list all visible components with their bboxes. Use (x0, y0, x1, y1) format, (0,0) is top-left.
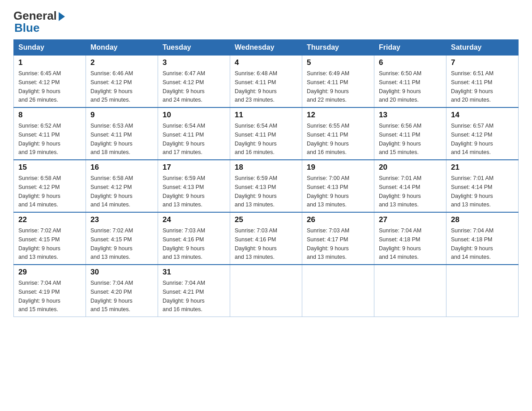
calendar-cell: 9 Sunrise: 6:53 AMSunset: 4:11 PMDayligh… (86, 107, 158, 160)
day-number: 18 (235, 163, 297, 172)
day-number: 25 (235, 215, 297, 224)
page-header: General Blue (13, 9, 519, 35)
day-info: Sunrise: 6:59 AMSunset: 4:13 PMDaylight:… (235, 175, 277, 208)
day-info: Sunrise: 6:54 AMSunset: 4:11 PMDaylight:… (163, 123, 205, 155)
calendar-cell: 6 Sunrise: 6:50 AMSunset: 4:11 PMDayligh… (374, 56, 446, 108)
day-number: 1 (18, 58, 81, 67)
day-info: Sunrise: 6:50 AMSunset: 4:11 PMDaylight:… (379, 70, 421, 103)
day-info: Sunrise: 6:46 AMSunset: 4:12 PMDaylight:… (90, 70, 133, 103)
week-row-4: 22 Sunrise: 7:02 AMSunset: 4:15 PMDaylig… (14, 212, 519, 265)
calendar-cell: 17 Sunrise: 6:59 AMSunset: 4:13 PMDaylig… (158, 160, 230, 212)
day-number: 22 (18, 215, 81, 224)
day-number: 2 (90, 58, 153, 67)
calendar-cell: 22 Sunrise: 7:02 AMSunset: 4:15 PMDaylig… (14, 212, 86, 265)
day-number: 14 (451, 111, 514, 120)
day-number: 23 (90, 215, 153, 224)
day-info: Sunrise: 6:53 AMSunset: 4:11 PMDaylight:… (90, 123, 133, 155)
day-info: Sunrise: 7:04 AMSunset: 4:19 PMDaylight:… (18, 280, 61, 313)
calendar-cell: 15 Sunrise: 6:58 AMSunset: 4:12 PMDaylig… (14, 160, 86, 212)
header-tuesday: Tuesday (158, 40, 230, 56)
day-number: 8 (18, 111, 81, 120)
calendar-cell (446, 265, 519, 317)
day-info: Sunrise: 7:01 AMSunset: 4:14 PMDaylight:… (379, 175, 421, 208)
logo: General Blue (13, 9, 65, 35)
calendar-cell: 12 Sunrise: 6:55 AMSunset: 4:11 PMDaylig… (302, 107, 374, 160)
day-number: 26 (307, 215, 369, 224)
calendar-cell: 23 Sunrise: 7:02 AMSunset: 4:15 PMDaylig… (86, 212, 158, 265)
calendar-cell (374, 265, 446, 317)
day-number: 11 (235, 111, 297, 120)
calendar-cell: 14 Sunrise: 6:57 AMSunset: 4:12 PMDaylig… (446, 107, 519, 160)
header-monday: Monday (86, 40, 158, 56)
calendar-cell: 7 Sunrise: 6:51 AMSunset: 4:11 PMDayligh… (446, 56, 519, 108)
day-info: Sunrise: 6:52 AMSunset: 4:11 PMDaylight:… (18, 123, 61, 155)
logo-arrow-icon (59, 12, 65, 21)
day-number: 10 (163, 111, 225, 120)
day-number: 4 (235, 58, 297, 67)
calendar-cell: 27 Sunrise: 7:04 AMSunset: 4:18 PMDaylig… (374, 212, 446, 265)
calendar-cell: 29 Sunrise: 7:04 AMSunset: 4:19 PMDaylig… (14, 265, 86, 317)
calendar-cell: 13 Sunrise: 6:56 AMSunset: 4:11 PMDaylig… (374, 107, 446, 160)
calendar-cell: 5 Sunrise: 6:49 AMSunset: 4:11 PMDayligh… (302, 56, 374, 108)
calendar-cell: 2 Sunrise: 6:46 AMSunset: 4:12 PMDayligh… (86, 56, 158, 108)
day-info: Sunrise: 7:04 AMSunset: 4:18 PMDaylight:… (379, 227, 421, 260)
calendar-cell: 25 Sunrise: 7:03 AMSunset: 4:16 PMDaylig… (230, 212, 302, 265)
day-info: Sunrise: 6:58 AMSunset: 4:12 PMDaylight:… (18, 175, 61, 208)
day-number: 17 (163, 163, 225, 172)
day-number: 20 (379, 163, 442, 172)
day-number: 29 (18, 268, 81, 277)
calendar-cell: 10 Sunrise: 6:54 AMSunset: 4:11 PMDaylig… (158, 107, 230, 160)
day-number: 19 (307, 163, 369, 172)
calendar-table: Sunday Monday Tuesday Wednesday Thursday… (13, 39, 519, 317)
day-info: Sunrise: 6:49 AMSunset: 4:11 PMDaylight:… (307, 70, 349, 103)
day-info: Sunrise: 7:04 AMSunset: 4:18 PMDaylight:… (451, 227, 493, 260)
header-sunday: Sunday (14, 40, 86, 56)
day-number: 12 (307, 111, 369, 120)
day-number: 30 (90, 268, 153, 277)
calendar-cell: 4 Sunrise: 6:48 AMSunset: 4:11 PMDayligh… (230, 56, 302, 108)
day-info: Sunrise: 7:03 AMSunset: 4:16 PMDaylight:… (235, 227, 277, 260)
day-info: Sunrise: 6:48 AMSunset: 4:11 PMDaylight:… (235, 70, 277, 103)
calendar-cell: 31 Sunrise: 7:04 AMSunset: 4:21 PMDaylig… (158, 265, 230, 317)
day-info: Sunrise: 6:45 AMSunset: 4:12 PMDaylight:… (18, 70, 61, 103)
calendar-cell: 28 Sunrise: 7:04 AMSunset: 4:18 PMDaylig… (446, 212, 519, 265)
calendar-cell: 20 Sunrise: 7:01 AMSunset: 4:14 PMDaylig… (374, 160, 446, 212)
calendar-cell: 24 Sunrise: 7:03 AMSunset: 4:16 PMDaylig… (158, 212, 230, 265)
calendar-cell: 16 Sunrise: 6:58 AMSunset: 4:12 PMDaylig… (86, 160, 158, 212)
day-info: Sunrise: 6:47 AMSunset: 4:12 PMDaylight:… (163, 70, 205, 103)
day-info: Sunrise: 6:54 AMSunset: 4:11 PMDaylight:… (235, 123, 277, 155)
day-info: Sunrise: 7:00 AMSunset: 4:13 PMDaylight:… (307, 175, 349, 208)
week-row-5: 29 Sunrise: 7:04 AMSunset: 4:19 PMDaylig… (14, 265, 519, 317)
day-number: 27 (379, 215, 442, 224)
day-number: 24 (163, 215, 225, 224)
day-info: Sunrise: 6:59 AMSunset: 4:13 PMDaylight:… (163, 175, 205, 208)
week-row-2: 8 Sunrise: 6:52 AMSunset: 4:11 PMDayligh… (14, 107, 519, 160)
header-friday: Friday (374, 40, 446, 56)
day-number: 31 (163, 268, 225, 277)
calendar-cell (230, 265, 302, 317)
calendar-cell: 19 Sunrise: 7:00 AMSunset: 4:13 PMDaylig… (302, 160, 374, 212)
day-info: Sunrise: 6:58 AMSunset: 4:12 PMDaylight:… (90, 175, 133, 208)
day-number: 16 (90, 163, 153, 172)
week-row-1: 1 Sunrise: 6:45 AMSunset: 4:12 PMDayligh… (14, 56, 519, 108)
day-info: Sunrise: 7:02 AMSunset: 4:15 PMDaylight:… (90, 227, 133, 260)
day-number: 5 (307, 58, 369, 67)
calendar-cell: 1 Sunrise: 6:45 AMSunset: 4:12 PMDayligh… (14, 56, 86, 108)
week-row-3: 15 Sunrise: 6:58 AMSunset: 4:12 PMDaylig… (14, 160, 519, 212)
header-saturday: Saturday (446, 40, 519, 56)
calendar-cell: 11 Sunrise: 6:54 AMSunset: 4:11 PMDaylig… (230, 107, 302, 160)
day-number: 15 (18, 163, 81, 172)
calendar-cell: 30 Sunrise: 7:04 AMSunset: 4:20 PMDaylig… (86, 265, 158, 317)
day-number: 28 (451, 215, 514, 224)
day-number: 3 (163, 58, 225, 67)
header-row: Sunday Monday Tuesday Wednesday Thursday… (14, 40, 519, 56)
day-info: Sunrise: 7:03 AMSunset: 4:16 PMDaylight:… (163, 227, 205, 260)
day-info: Sunrise: 6:55 AMSunset: 4:11 PMDaylight:… (307, 123, 349, 155)
day-info: Sunrise: 6:57 AMSunset: 4:12 PMDaylight:… (451, 123, 493, 155)
day-info: Sunrise: 6:51 AMSunset: 4:11 PMDaylight:… (451, 70, 493, 103)
day-info: Sunrise: 6:56 AMSunset: 4:11 PMDaylight:… (379, 123, 421, 155)
day-number: 6 (379, 58, 442, 67)
header-wednesday: Wednesday (230, 40, 302, 56)
calendar-cell: 3 Sunrise: 6:47 AMSunset: 4:12 PMDayligh… (158, 56, 230, 108)
day-info: Sunrise: 7:04 AMSunset: 4:20 PMDaylight:… (90, 280, 133, 313)
